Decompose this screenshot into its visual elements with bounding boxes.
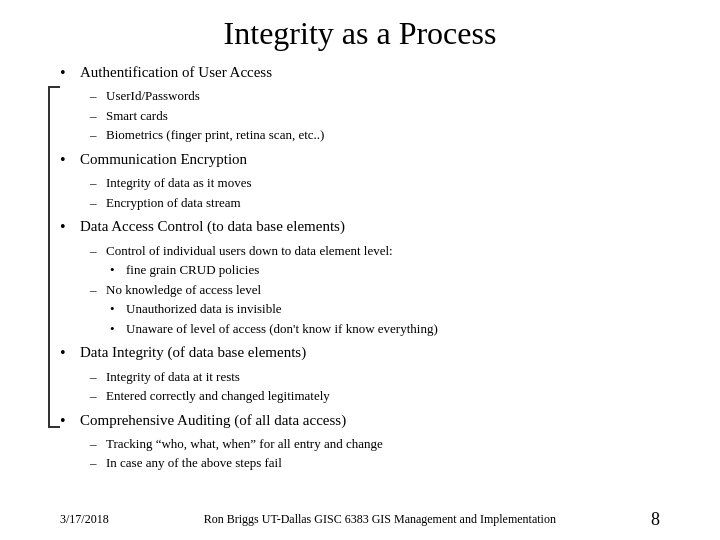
sub-item-text: No knowledge of access level [106,280,261,300]
bracket-line [48,86,50,426]
sub-item: – Encryption of data stream [90,193,660,213]
sub-item: – Smart cards [90,106,660,126]
sub-sub-item-text: fine grain CRUD policies [126,260,259,280]
dash: – [90,125,100,145]
bullet-small: • [110,319,120,339]
section-auditing-header: • Comprehensive Auditing (of all data ac… [60,410,660,432]
section-auth-label: Authentification of User Access [80,62,272,83]
section-auditing-subitems: – Tracking “who, what, when” for all ent… [90,434,660,473]
dash: – [90,367,100,387]
dash: – [90,193,100,213]
dash: – [90,386,100,406]
section-access-label: Data Access Control (to data base elemen… [80,216,345,237]
section-auditing: • Comprehensive Auditing (of all data ac… [60,410,660,473]
section-integrity-label: Data Integrity (of data base elements) [80,342,306,363]
section-access-header: • Data Access Control (to data base elem… [60,216,660,238]
section-integrity: • Data Integrity (of data base elements)… [60,342,660,405]
sub-sub-item: • fine grain CRUD policies [110,260,660,280]
dash: – [90,86,100,106]
sub-item-text: UserId/Passwords [106,86,200,106]
sub-item: – Tracking “who, what, when” for all ent… [90,434,660,454]
section-integrity-header: • Data Integrity (of data base elements) [60,342,660,364]
sub-item: – Integrity of data at it rests [90,367,660,387]
bullet-dot-2: • [60,149,72,171]
slide-title: Integrity as a Process [60,10,660,52]
sub-sub-items: • Unauthorized data is invisible • Unawa… [110,299,660,338]
section-comm-label: Communication Encryption [80,149,247,170]
sub-sub-item: • Unaware of level of access (don't know… [110,319,660,339]
dash: – [90,453,100,473]
sub-sub-item-text: Unauthorized data is invisible [126,299,282,319]
footer-attribution: Ron Briggs UT-Dallas GISC 6383 GIS Manag… [204,512,556,527]
sub-item: – Biometrics (finger print, retina scan,… [90,125,660,145]
section-access: • Data Access Control (to data base elem… [60,216,660,338]
sub-item: – UserId/Passwords [90,86,660,106]
sub-item: – No knowledge of access level [90,280,660,300]
dash: – [90,173,100,193]
sub-sub-items: • fine grain CRUD policies [110,260,660,280]
dash: – [90,106,100,126]
footer-date: 3/17/2018 [60,512,109,527]
sub-item: – Control of individual users down to da… [90,241,660,261]
section-comm-header: • Communication Encryption [60,149,660,171]
section-auth: • Authentification of User Access – User… [60,62,660,145]
sub-item-text: Tracking “who, what, when” for all entry… [106,434,383,454]
sub-item: – Entered correctly and changed legitima… [90,386,660,406]
sub-item-text: Biometrics (finger print, retina scan, e… [106,125,324,145]
section-auditing-label: Comprehensive Auditing (of all data acce… [80,410,346,431]
section-comm: • Communication Encryption – Integrity o… [60,149,660,212]
bullet-dot-5: • [60,410,72,432]
section-comm-subitems: – Integrity of data as it moves – Encryp… [90,173,660,212]
sub-sub-item: • Unauthorized data is invisible [110,299,660,319]
dash: – [90,241,100,261]
footer: 3/17/2018 Ron Briggs UT-Dallas GISC 6383… [0,509,720,530]
sub-item-text: Integrity of data as it moves [106,173,252,193]
bullet-dot-4: • [60,342,72,364]
sub-item-text: In case any of the above steps fail [106,453,282,473]
sub-item-text: Integrity of data at it rests [106,367,240,387]
section-auth-header: • Authentification of User Access [60,62,660,84]
section-auth-subitems: – UserId/Passwords – Smart cards – Biome… [90,86,660,145]
dash: – [90,434,100,454]
sub-item: – In case any of the above steps fail [90,453,660,473]
sub-item: – Integrity of data as it moves [90,173,660,193]
bullet-small: • [110,260,120,280]
sub-item-text: Encryption of data stream [106,193,241,213]
section-access-subitems: – Control of individual users down to da… [90,241,660,339]
bracket-bottom [48,426,60,428]
bullet-dot-3: • [60,216,72,238]
sub-item-text: Smart cards [106,106,168,126]
sub-item-text: Control of individual users down to data… [106,241,393,261]
page-number: 8 [651,509,660,530]
slide-page: Integrity as a Process • Authentificatio… [0,0,720,540]
bullet-dot-1: • [60,62,72,84]
section-integrity-subitems: – Integrity of data at it rests – Entere… [90,367,660,406]
sub-sub-item-text: Unaware of level of access (don't know i… [126,319,438,339]
bullet-small: • [110,299,120,319]
content-area: • Authentification of User Access – User… [60,62,660,473]
sub-item-text: Entered correctly and changed legitimate… [106,386,330,406]
dash: – [90,280,100,300]
